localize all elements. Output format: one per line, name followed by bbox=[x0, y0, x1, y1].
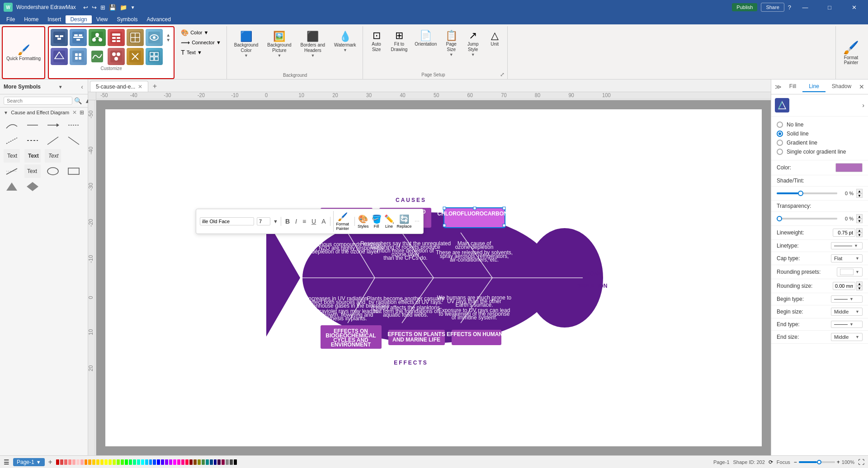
color-palette-dot[interactable] bbox=[202, 459, 205, 465]
font-family-input[interactable] bbox=[200, 217, 254, 225]
single-gradient-option[interactable]: Single color gradient line bbox=[777, 147, 863, 156]
theme-scroll-up[interactable]: ▲ ▼ bbox=[165, 29, 172, 46]
quick-formatting-button[interactable]: 🖌️ Quick Formatting bbox=[2, 26, 45, 79]
tab-main[interactable]: 5-cause-and-e... ✕ bbox=[90, 81, 148, 92]
page-size-button[interactable]: 📋 PageSize ▼ bbox=[441, 28, 461, 59]
format-painter-button[interactable]: 🖌️ FormatPainter bbox=[840, 38, 863, 67]
color-palette-dot[interactable] bbox=[133, 459, 136, 465]
search-input[interactable] bbox=[4, 97, 72, 105]
shape-line-2[interactable] bbox=[4, 164, 20, 178]
right-panel-close-btn[interactable]: ✕ bbox=[859, 83, 864, 90]
shape-arrow-1[interactable] bbox=[45, 118, 61, 132]
theme-9[interactable] bbox=[89, 48, 106, 65]
color-palette-dot[interactable] bbox=[189, 459, 193, 465]
theme-10[interactable] bbox=[108, 48, 125, 65]
rounding-size-up-btn[interactable]: ▲ bbox=[856, 281, 863, 286]
menu-file[interactable]: File bbox=[2, 15, 19, 23]
font-size-input[interactable] bbox=[257, 217, 270, 225]
solid-line-option[interactable]: Solid line bbox=[777, 129, 863, 138]
shape-dashed-3[interactable] bbox=[24, 134, 41, 147]
zoom-out-btn[interactable]: − bbox=[794, 459, 797, 465]
tab-fill[interactable]: Fill bbox=[783, 81, 802, 92]
add-tab-btn[interactable]: + bbox=[149, 81, 160, 92]
color-palette-dot[interactable] bbox=[234, 459, 237, 465]
transparency-slider[interactable] bbox=[777, 218, 837, 220]
share-button[interactable]: Share bbox=[761, 3, 784, 12]
shade-down-btn[interactable]: ▼ bbox=[856, 193, 863, 198]
fullscreen-btn-status[interactable]: ⛶ bbox=[858, 459, 864, 466]
category-header[interactable]: ▼ Cause and Effect Diagram ✕ ⊞ bbox=[4, 109, 84, 116]
color-palette-dot[interactable] bbox=[181, 459, 184, 465]
shape-dashed-2[interactable] bbox=[4, 134, 20, 147]
color-palette-dot[interactable] bbox=[230, 459, 233, 465]
solid-line-radio[interactable] bbox=[777, 131, 783, 137]
menu-view[interactable]: View bbox=[92, 15, 113, 23]
shape-text-2[interactable]: Text bbox=[24, 149, 41, 163]
color-palette-dot[interactable] bbox=[60, 459, 63, 465]
theme-1[interactable] bbox=[51, 29, 68, 46]
transparency-down-btn[interactable]: ▼ bbox=[856, 219, 863, 223]
theme-2[interactable] bbox=[70, 29, 87, 46]
sidebar-toggle-btn[interactable]: ☰ bbox=[4, 459, 9, 466]
color-palette-dot[interactable] bbox=[117, 459, 120, 465]
auto-size-button[interactable]: ⊡ AutoSize bbox=[367, 28, 387, 54]
italic-button[interactable]: I bbox=[294, 217, 298, 226]
end-size-dropdown[interactable]: Middle ▼ bbox=[831, 333, 863, 341]
no-line-radio[interactable] bbox=[777, 122, 783, 128]
search-button[interactable]: 🔍 bbox=[74, 97, 82, 104]
color-palette-dot[interactable] bbox=[217, 459, 221, 465]
color-palette-dot[interactable] bbox=[214, 459, 217, 465]
color-palette-dot[interactable] bbox=[137, 459, 140, 465]
jump-style-button[interactable]: ↗ JumpStyle ▼ bbox=[463, 28, 483, 59]
page-setup-expand-icon[interactable]: ⤢ bbox=[500, 71, 505, 78]
minimize-button[interactable]: — bbox=[795, 0, 816, 14]
menu-home[interactable]: Home bbox=[19, 15, 43, 23]
background-picture-button[interactable]: 🖼️ BackgroundPicture ▼ bbox=[264, 28, 295, 61]
undo-btn[interactable]: ↩ bbox=[83, 4, 88, 11]
color-palette-dot[interactable] bbox=[145, 459, 148, 465]
shape-text-4[interactable]: Text bbox=[24, 164, 41, 178]
color-palette-dot[interactable] bbox=[153, 459, 156, 465]
shape-curve-1[interactable] bbox=[4, 118, 20, 132]
tab-shadow[interactable]: Shadow bbox=[826, 81, 858, 92]
color-palette-dot[interactable] bbox=[206, 459, 209, 465]
lineweight-input[interactable] bbox=[833, 229, 855, 237]
theme-11[interactable] bbox=[127, 48, 144, 65]
color-palette-dot[interactable] bbox=[68, 459, 71, 465]
color-palette-dot[interactable] bbox=[56, 459, 59, 465]
theme-7[interactable] bbox=[51, 48, 68, 65]
begin-size-dropdown[interactable]: Middle ▼ bbox=[831, 308, 863, 316]
strikethrough-button[interactable]: A bbox=[320, 217, 327, 226]
color-palette-dot[interactable] bbox=[85, 459, 88, 465]
theme-8[interactable] bbox=[70, 48, 87, 65]
unit-button[interactable]: △ Unit bbox=[485, 28, 505, 49]
color-palette-dot[interactable] bbox=[226, 459, 229, 465]
orientation-button[interactable]: 📄 Orientation bbox=[412, 28, 439, 49]
shape-text-1[interactable]: Text bbox=[4, 149, 20, 163]
tab-line[interactable]: Line bbox=[802, 81, 826, 92]
text-row[interactable]: T Text ▼ bbox=[179, 48, 223, 57]
fill-button[interactable]: 🪣 Fill bbox=[372, 214, 382, 229]
lineweight-down-btn[interactable]: ▼ bbox=[856, 233, 863, 237]
rounding-size-input[interactable] bbox=[833, 282, 855, 290]
shape-diamond[interactable] bbox=[24, 180, 41, 193]
more-btn[interactable]: ▼ bbox=[131, 5, 135, 10]
fullscreen-btn[interactable]: ⊞ bbox=[100, 4, 105, 11]
color-palette-dot[interactable] bbox=[92, 459, 95, 465]
color-palette-dot[interactable] bbox=[121, 459, 124, 465]
close-button[interactable]: ✕ bbox=[844, 0, 864, 14]
color-palette-dot[interactable] bbox=[100, 459, 104, 465]
theme-4[interactable] bbox=[108, 29, 125, 46]
add-page-btn[interactable]: + bbox=[48, 458, 52, 466]
gradient-line-option[interactable]: Gradient line bbox=[777, 138, 863, 147]
lineweight-up-btn[interactable]: ▲ bbox=[856, 228, 863, 233]
page-1-tab[interactable]: Page-1 ▼ bbox=[13, 458, 45, 466]
open-btn[interactable]: 📁 bbox=[120, 4, 127, 11]
color-palette-dot[interactable] bbox=[193, 459, 197, 465]
color-palette-dot[interactable] bbox=[210, 459, 213, 465]
replace-button[interactable]: 🔄 Replace bbox=[397, 214, 412, 229]
format-painter-floating[interactable]: 🖌️ FormatPainter bbox=[333, 211, 352, 232]
shape-text-3[interactable]: Text bbox=[45, 149, 61, 163]
color-palette-dot[interactable] bbox=[96, 459, 99, 465]
color-connector-row[interactable]: 🎨 Color ▼ bbox=[179, 28, 223, 37]
